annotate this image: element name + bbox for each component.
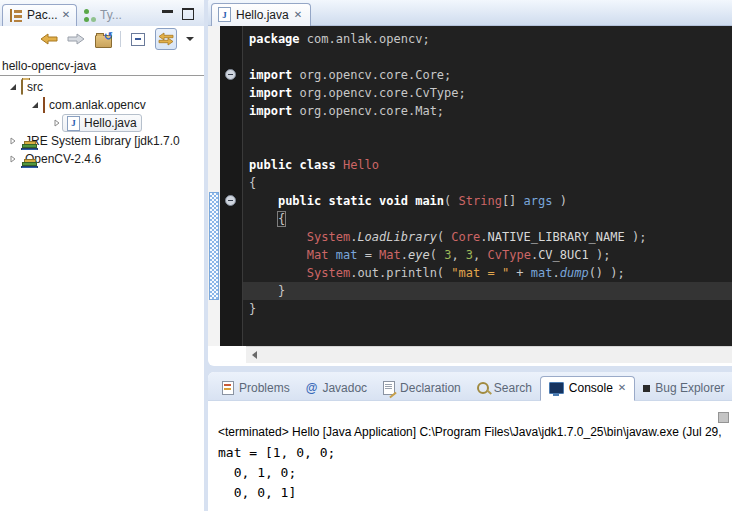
tab-hello-java[interactable]: J Hello.java ✕ [211, 3, 311, 26]
tree-label: com.anlak.opencv [49, 98, 146, 112]
tab-label: Declaration [400, 381, 461, 395]
code-line[interactable]: public class Hello [243, 156, 732, 174]
console-view[interactable]: <terminated> Hello [Java Application] C:… [208, 401, 732, 503]
back-arrow-icon [40, 33, 58, 45]
tab-javadoc[interactable]: @ Javadoc [298, 377, 375, 400]
minimize-icon[interactable] [162, 10, 173, 19]
view-menu-button[interactable] [184, 29, 196, 49]
code-line[interactable]: } [243, 282, 732, 300]
tab-console[interactable]: Console ✕ [540, 376, 635, 401]
collapsed-arrow-icon[interactable] [52, 119, 62, 127]
link-with-editor-icon [158, 32, 174, 46]
code-lines: package com.anlak.opencv;import org.open… [243, 30, 732, 318]
bottom-view-stack: Problems @ Javadoc Declaration Search Co… [208, 372, 732, 511]
code-editor[interactable]: package com.anlak.opencv;import org.open… [242, 26, 732, 346]
code-line[interactable]: } [243, 300, 732, 318]
source-folder-icon [21, 80, 23, 94]
console-toolbar-stub[interactable] [718, 412, 729, 423]
tab-label: Hello.java [236, 8, 289, 22]
code-line[interactable]: { [243, 174, 732, 192]
tab-type-hierarchy[interactable]: Ty... [77, 5, 128, 26]
code-line[interactable]: System.LoadLibrary( Core.NATIVE_LIBRARY_… [243, 228, 732, 246]
console-line: 0, 1, 0; [218, 463, 724, 483]
folding-gutter[interactable] [220, 26, 242, 346]
tab-search[interactable]: Search [469, 377, 540, 400]
package-explorer-icon [9, 9, 23, 22]
tree-label: JRE System Library [jdk1.7.0 [25, 134, 180, 148]
code-line[interactable] [243, 48, 732, 66]
package-explorer-view: Pac... ✕ Ty... [0, 0, 204, 511]
tab-label: Search [494, 381, 532, 395]
tab-declaration[interactable]: Declaration [375, 377, 469, 400]
tab-problems[interactable]: Problems [214, 377, 298, 400]
tree-item-src[interactable]: src [0, 78, 204, 96]
fold-collapse-icon[interactable] [225, 195, 236, 206]
code-line[interactable]: import org.opencv.core.CvType; [243, 84, 732, 102]
code-line[interactable] [243, 138, 732, 156]
tree-item-opencv-library[interactable]: OpenCV-2.4.6 [0, 150, 204, 168]
eclipse-window: Pac... ✕ Ty... [0, 0, 732, 511]
sidebar-tabbar: Pac... ✕ Ty... [0, 0, 204, 26]
tab-label: Javadoc [322, 381, 367, 395]
expanded-arrow-icon[interactable] [30, 101, 40, 109]
code-line[interactable]: System.out.println( "mat = " + mat.dump(… [243, 264, 732, 282]
code-line[interactable]: public static void main( String[] args ) [243, 192, 732, 210]
tab-label: Console [569, 381, 613, 395]
tab-bug-explorer[interactable]: Bug Explorer [635, 377, 732, 400]
java-file-icon: J [67, 116, 80, 131]
collapse-all-button[interactable] [128, 29, 148, 49]
square-plugin-icon [643, 385, 650, 392]
go-into-button[interactable]: ↺ [93, 29, 113, 49]
tree-label: Hello.java [84, 116, 137, 130]
console-output[interactable]: mat = [1, 0, 0; 0, 1, 0; 0, 0, 1] [218, 443, 724, 503]
javadoc-icon: @ [306, 382, 318, 394]
code-line[interactable] [243, 120, 732, 138]
console-line: mat = [1, 0, 0; [218, 443, 724, 463]
toolbar-separator [120, 31, 121, 47]
annotation-ruler[interactable] [208, 26, 220, 346]
forward-arrow-icon [67, 33, 85, 45]
expanded-arrow-icon[interactable] [8, 83, 18, 91]
tree-item-project[interactable]: hello-opencv-java [0, 58, 204, 74]
console-line: 0, 0, 1] [218, 483, 724, 503]
selected-item-box[interactable]: J Hello.java [62, 114, 142, 132]
editor-area: J Hello.java ✕ package com.anlak.opencv;… [208, 0, 732, 366]
code-line[interactable]: import org.opencv.core.Core; [243, 66, 732, 84]
code-line[interactable]: import org.opencv.core.Mat; [243, 102, 732, 120]
editor-body: package com.anlak.opencv;import org.open… [208, 26, 732, 346]
close-icon[interactable]: ✕ [618, 383, 626, 393]
tab-package-explorer[interactable]: Pac... ✕ [2, 4, 77, 26]
tree-item-package[interactable]: com.anlak.opencv [0, 96, 204, 114]
java-file-icon: J [218, 7, 231, 22]
tab-label: Ty... [100, 8, 122, 22]
tab-label: Pac... [27, 8, 58, 22]
type-hierarchy-icon [83, 9, 96, 22]
tree-item-jre-library[interactable]: JRE System Library [jdk1.7.0 [0, 132, 204, 150]
go-into-folder-icon: ↺ [95, 33, 111, 46]
forward-button[interactable] [66, 29, 86, 49]
tree-label: src [27, 80, 43, 94]
range-indicator [209, 192, 219, 300]
collapsed-arrow-icon[interactable] [8, 155, 18, 163]
search-icon [477, 382, 489, 394]
link-with-editor-button[interactable] [155, 28, 177, 50]
bottom-tabbar: Problems @ Javadoc Declaration Search Co… [208, 372, 732, 401]
back-button[interactable] [39, 29, 59, 49]
close-icon[interactable]: ✕ [62, 10, 70, 20]
project-separator [0, 75, 204, 76]
package-icon [43, 98, 45, 112]
horizontal-scrollbar[interactable] [246, 346, 732, 363]
fold-collapse-icon[interactable] [225, 69, 236, 80]
tab-label: Problems [239, 381, 290, 395]
tree-item-hello-java[interactable]: J Hello.java [0, 114, 204, 132]
code-line[interactable]: Mat mat = Mat.eye( 3, 3, CvType.CV_8UC1 … [243, 246, 732, 264]
close-icon[interactable]: ✕ [294, 10, 302, 20]
code-line[interactable]: package com.anlak.opencv; [243, 30, 732, 48]
sidebar-toolbar: ↺ [0, 26, 204, 52]
project-label: hello-opencv-java [2, 59, 96, 73]
code-line[interactable]: { [243, 210, 732, 228]
maximize-icon[interactable] [182, 8, 194, 20]
scroll-left-arrow-icon[interactable] [246, 348, 262, 363]
collapsed-arrow-icon[interactable] [8, 137, 18, 145]
editor-tabbar: J Hello.java ✕ [208, 0, 732, 26]
